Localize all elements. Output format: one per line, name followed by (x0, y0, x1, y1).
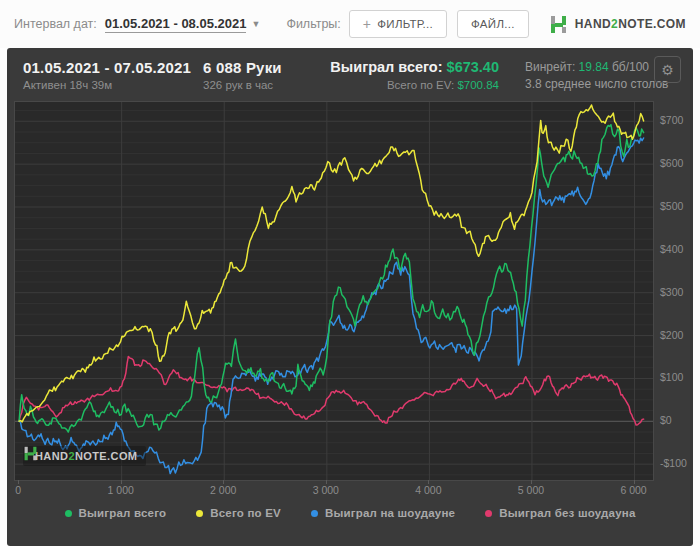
legend-label: Выиграл на шоудауне (325, 507, 455, 519)
hands-value: 6 088 Руки (203, 58, 311, 77)
graph-canvas (15, 102, 653, 480)
legend-label: Всего по EV (210, 507, 281, 519)
report-card: 01.05.2021 - 07.05.2021 Активен 18ч 39м … (7, 48, 693, 546)
chart-legend: Выиграл всегоВсего по EVВыиграл на шоуда… (7, 501, 693, 519)
x-tick-label: 1 000 (108, 484, 134, 496)
legend-label: Выиграл без шоудауна (499, 507, 635, 519)
series-line-won-showdown (19, 138, 644, 474)
ev-total-value: $700.84 (457, 79, 499, 91)
y-tick-label: $0 (660, 414, 672, 426)
y-tick-label: $600 (660, 157, 683, 169)
period-value: 01.05.2021 - 07.05.2021 (23, 58, 203, 77)
y-tick-label: $300 (660, 286, 683, 298)
y-tick-label: $500 (660, 200, 683, 212)
watermark-text: HAND2NOTE.COM (35, 450, 137, 462)
legend-dot (65, 510, 72, 517)
stats-bar: 01.05.2021 - 07.05.2021 Активен 18ч 39м … (7, 48, 693, 101)
legend-item-won-showdown[interactable]: Выиграл на шоудауне (311, 507, 455, 519)
y-axis: $700$600$500$400$300$200$100$0-$100 (660, 101, 700, 481)
x-tick-label: 5 000 (518, 484, 544, 496)
winnings-graph[interactable]: HAND2NOTE.COM (14, 101, 654, 481)
x-tick-label: 2 000 (210, 484, 236, 496)
y-tick-label: $700 (660, 114, 683, 126)
x-tick-label: 6 000 (620, 484, 646, 496)
top-toolbar: Интервал дат: 01.05.2021 - 08.05.2021 ▼ … (0, 0, 700, 48)
hand2note-icon (549, 15, 568, 34)
settings-button[interactable]: ⚙ (654, 56, 681, 83)
legend-dot (485, 510, 492, 517)
stat-winnings: Выиграл всего: $673.40 Всего по EV: $700… (311, 58, 499, 93)
date-interval-value[interactable]: 01.05.2021 - 08.05.2021 (105, 16, 247, 33)
legend-item-won-total[interactable]: Выиграл всего (65, 507, 167, 519)
date-interval-label: Интервал дат: (14, 17, 97, 31)
ev-total-line: Всего по EV: $700.84 (387, 77, 499, 93)
series-line-won-no-showdown (19, 357, 644, 425)
stat-hands: 6 088 Руки 326 рук в час (203, 58, 311, 93)
x-tick-label: 0 (15, 484, 21, 496)
x-tick-label: 4 000 (415, 484, 441, 496)
won-total-value: $673.40 (447, 59, 499, 75)
legend-item-won-no-showdown[interactable]: Выиграл без шоудауна (485, 507, 635, 519)
legend-item-ev-total[interactable]: Всего по EV (196, 507, 281, 519)
plus-icon: + (363, 19, 371, 29)
series-line-ev-total (19, 105, 644, 422)
legend-dot (311, 510, 318, 517)
stat-winrate: Винрейт: 19.84 бб/100 3.8 среднее число … (499, 58, 679, 93)
legend-dot (196, 510, 203, 517)
hand2note-icon (23, 446, 38, 461)
x-tick-label: 3 000 (313, 484, 339, 496)
chart-area: HAND2NOTE.COM $700$600$500$400$300$200$1… (14, 101, 686, 481)
winrate-value: 19.84 (579, 60, 609, 74)
y-tick-label: $200 (660, 329, 683, 341)
filters-label: Фильтры: (286, 17, 340, 31)
gear-icon: ⚙ (661, 62, 674, 78)
y-tick-label: -$100 (660, 457, 687, 469)
hands-per-hour: 326 рук в час (203, 77, 311, 93)
y-tick-label: $100 (660, 371, 683, 383)
x-axis: 01 0002 0003 0004 0005 0006 000 (14, 481, 686, 501)
file-button[interactable]: ФАЙЛ... (457, 10, 529, 38)
chevron-down-icon[interactable]: ▼ (251, 19, 260, 29)
add-filter-button[interactable]: + ФИЛЬТР... (349, 10, 447, 38)
stat-period: 01.05.2021 - 07.05.2021 Активен 18ч 39м (23, 58, 203, 93)
legend-label: Выиграл всего (79, 507, 167, 519)
active-time: Активен 18ч 39м (23, 77, 203, 93)
hand2note-logo: HAND2NOTE.COM (549, 15, 686, 34)
chart-watermark: HAND2NOTE.COM (23, 446, 146, 466)
brand-text: HAND2NOTE.COM (575, 17, 686, 31)
y-tick-label: $400 (660, 243, 683, 255)
won-total-line: Выиграл всего: $673.40 (330, 58, 499, 77)
